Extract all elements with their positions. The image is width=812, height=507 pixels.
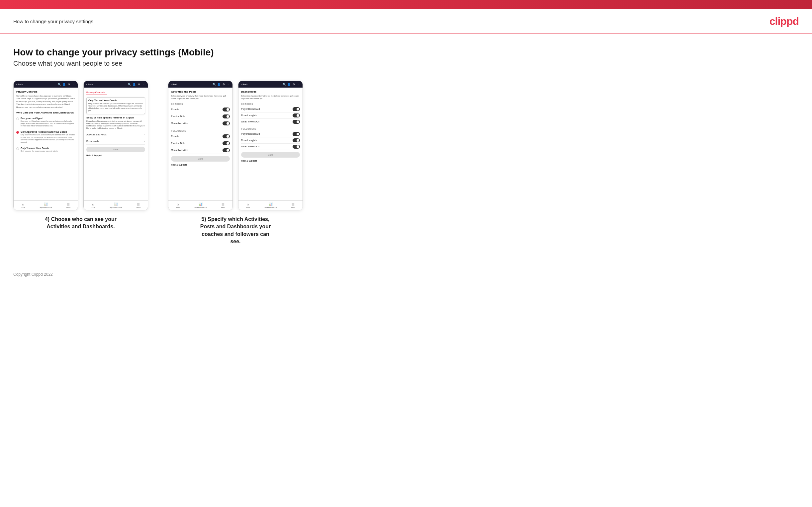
settings-icon-2[interactable]: ⚙ bbox=[137, 82, 141, 86]
radio-option-approved[interactable]: Only Approved Followers and Your Coach O… bbox=[16, 129, 75, 145]
coaches-round-insights-toggle[interactable] bbox=[293, 113, 300, 117]
search-icon-3[interactable]: 🔍 bbox=[212, 82, 216, 86]
toggle-coaches-player-dashboard[interactable]: Player Dashboard bbox=[241, 106, 300, 112]
radio-approved[interactable] bbox=[16, 131, 19, 134]
nav-menu-label: Menu bbox=[66, 206, 71, 208]
phone-1-back[interactable]: ‹ Back bbox=[16, 83, 23, 86]
nav-home-4[interactable]: ⌂ Home bbox=[246, 203, 250, 208]
toggle-followers-round-insights[interactable]: Round Insights bbox=[241, 137, 300, 144]
followers-drills-label: Practice Drills bbox=[171, 142, 185, 144]
radio-option-coach-only[interactable]: Only You and Your Coach Only you and the… bbox=[16, 145, 75, 154]
nav-menu-3[interactable]: ☰ Menu bbox=[221, 203, 225, 208]
copyright: Copyright Clippd 2022 bbox=[13, 272, 53, 277]
more-icon-3[interactable]: ⌄ bbox=[226, 82, 230, 86]
dashboards-label: Dashboards bbox=[86, 140, 99, 143]
toggle-coaches-drills[interactable]: Practice Drills bbox=[171, 113, 230, 120]
coaches-header-4: COACHES bbox=[241, 103, 300, 105]
search-icon-2[interactable]: 🔍 bbox=[128, 82, 131, 86]
coaches-what-to-work-label: What To Work On bbox=[241, 120, 259, 123]
screenshot-group-1: ‹ Back 🔍 👤 ⚙ ⌄ Privacy Controls Control … bbox=[13, 80, 148, 245]
info-section: Show or hide specific features in Clippd… bbox=[86, 116, 145, 145]
toggle-followers-rounds[interactable]: Rounds bbox=[171, 133, 230, 140]
nav-performance-label-3: My Performance bbox=[195, 206, 207, 208]
coaches-player-dashboard-toggle[interactable] bbox=[293, 107, 300, 111]
card-title: Only You and Your Coach bbox=[88, 99, 143, 102]
nav-home-3[interactable]: ⌂ Home bbox=[176, 203, 180, 208]
phone-2-back[interactable]: ‹ Back bbox=[86, 83, 93, 86]
list-dashboards[interactable]: Dashboards › bbox=[86, 138, 145, 145]
nav-performance-2[interactable]: 📊 My Performance bbox=[110, 203, 122, 208]
search-icon[interactable]: 🔍 bbox=[58, 82, 61, 86]
toggle-coaches-round-insights[interactable]: Round Insights bbox=[241, 112, 300, 119]
toggle-coaches-what-to-work[interactable]: What To Work On bbox=[241, 119, 300, 125]
radio-coach-only-label: Only You and Your Coach bbox=[20, 147, 58, 149]
settings-icon-3[interactable]: ⚙ bbox=[222, 82, 225, 86]
coaches-drills-toggle[interactable] bbox=[222, 114, 230, 118]
radio-everyone-desc: Everyone on Clippd can search for you an… bbox=[20, 120, 75, 127]
nav-menu-4[interactable]: ☰ Menu bbox=[291, 203, 296, 208]
followers-drills-toggle[interactable] bbox=[222, 142, 230, 145]
toggle-followers-what-to-work[interactable]: What To Work On bbox=[241, 144, 300, 150]
nav-home-label: Home bbox=[21, 206, 25, 208]
more-icon-2[interactable]: ⌄ bbox=[142, 82, 145, 86]
list-activities[interactable]: Activities and Posts › bbox=[86, 131, 145, 138]
toggle-followers-manual[interactable]: Manual Activities bbox=[171, 147, 230, 154]
followers-player-dashboard-toggle[interactable] bbox=[293, 132, 300, 136]
nav-performance-3[interactable]: 📊 My Performance bbox=[195, 203, 207, 208]
privacy-controls-tab[interactable]: Privacy Controls bbox=[86, 90, 107, 95]
help-section-3: Help & Support bbox=[171, 164, 230, 166]
settings-icon[interactable]: ⚙ bbox=[67, 82, 70, 86]
phone-1-icons: 🔍 👤 ⚙ ⌄ bbox=[58, 82, 75, 86]
nav-menu[interactable]: ☰ Menu bbox=[66, 203, 71, 208]
radio-option-everyone[interactable]: Everyone on Clippd Everyone on Clippd ca… bbox=[16, 115, 75, 129]
settings-icon-4[interactable]: ⚙ bbox=[292, 82, 295, 86]
activities-posts-desc: Select the types of activity that you'd … bbox=[171, 95, 230, 100]
toggle-followers-player-dashboard[interactable]: Player Dashboard bbox=[241, 131, 300, 137]
followers-round-insights-toggle[interactable] bbox=[293, 138, 300, 143]
phone-4-back[interactable]: ‹ Back bbox=[241, 83, 248, 86]
nav-performance-label-4: My Performance bbox=[265, 206, 277, 208]
nav-performance[interactable]: 📊 My Performance bbox=[40, 203, 52, 208]
phone-2-header: ‹ Back 🔍 👤 ⚙ ⌄ bbox=[84, 81, 148, 88]
person-icon-2[interactable]: 👤 bbox=[133, 82, 136, 86]
toggle-coaches-rounds[interactable]: Rounds bbox=[171, 106, 230, 113]
coaches-what-to-work-toggle[interactable] bbox=[293, 120, 300, 124]
person-icon-4[interactable]: 👤 bbox=[287, 82, 291, 86]
phone-1: ‹ Back 🔍 👤 ⚙ ⌄ Privacy Controls Control … bbox=[13, 80, 78, 210]
followers-manual-toggle[interactable] bbox=[222, 148, 230, 152]
radio-approved-desc: Only approved followers and coaches you … bbox=[20, 134, 75, 143]
more-icon-4[interactable]: ⌄ bbox=[297, 82, 300, 86]
chevron-activities: › bbox=[144, 133, 145, 136]
coaches-rounds-toggle[interactable] bbox=[222, 108, 230, 111]
radio-approved-label: Only Approved Followers and Your Coach bbox=[20, 131, 75, 133]
followers-manual-label: Manual Activities bbox=[171, 149, 188, 151]
toggle-followers-drills[interactable]: Practice Drills bbox=[171, 140, 230, 147]
save-button-2[interactable]: Save bbox=[86, 147, 145, 152]
more-icon[interactable]: ⌄ bbox=[72, 82, 75, 86]
person-icon-3[interactable]: 👤 bbox=[217, 82, 220, 86]
nav-menu-label-2: Menu bbox=[137, 206, 141, 208]
nav-performance-label-2: My Performance bbox=[110, 206, 122, 208]
card-desc: Only you and the coaches you connect wit… bbox=[88, 103, 143, 112]
chart-icon-2: 📊 bbox=[114, 203, 118, 206]
nav-home[interactable]: ⌂ Home bbox=[21, 203, 25, 208]
nav-home-2[interactable]: ⌂ Home bbox=[91, 203, 95, 208]
top-bar bbox=[0, 0, 812, 9]
toggle-coaches-manual[interactable]: Manual Activities bbox=[171, 120, 230, 127]
page-heading: How to change your privacy settings (Mob… bbox=[13, 47, 799, 58]
search-icon-4[interactable]: 🔍 bbox=[283, 82, 286, 86]
phone-3-back[interactable]: ‹ Back bbox=[171, 83, 178, 86]
radio-coach-only[interactable] bbox=[16, 147, 19, 150]
nav-menu-2[interactable]: ☰ Menu bbox=[137, 203, 141, 208]
who-can-see-title: Who Can See Your Activities and Dashboar… bbox=[16, 111, 75, 114]
followers-rounds-toggle[interactable] bbox=[222, 134, 230, 138]
followers-what-to-work-toggle[interactable] bbox=[293, 145, 300, 149]
save-button-3[interactable]: Save bbox=[171, 156, 230, 162]
person-icon[interactable]: 👤 bbox=[62, 82, 66, 86]
page-subheading: Choose what you want people to see bbox=[13, 60, 799, 67]
coaches-manual-toggle[interactable] bbox=[222, 121, 230, 125]
radio-everyone[interactable] bbox=[16, 117, 19, 120]
save-button-4[interactable]: Save bbox=[241, 152, 300, 158]
nav-performance-4[interactable]: 📊 My Performance bbox=[265, 203, 277, 208]
phone-4-nav: ⌂ Home 📊 My Performance ☰ Menu bbox=[239, 201, 303, 210]
